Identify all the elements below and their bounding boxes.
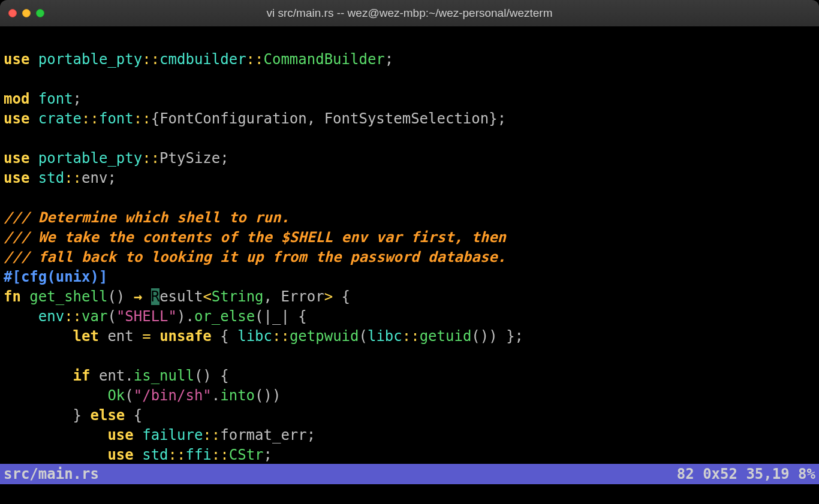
terminal-window: vi src/main.rs -- wez@wez-mbp:~/wez-pers… — [0, 0, 819, 491]
minimize-icon[interactable] — [22, 9, 31, 17]
code-line: } else { — [4, 407, 142, 424]
code-line: let ent = unsafe { libc::getpwuid(libc::… — [4, 328, 523, 345]
code-line: env::var("SHELL").or_else(|_| { — [4, 308, 307, 325]
doc-comment: /// fall back to looking it up from the … — [4, 249, 506, 265]
zoom-icon[interactable] — [36, 9, 44, 17]
code-line: Ok("/bin/sh".into()) — [4, 387, 281, 404]
cursor: R — [151, 288, 159, 305]
code-line: mod font; — [4, 90, 82, 107]
code-line: use std::env; — [4, 170, 116, 186]
vi-status-bar: src/main.rs 82 0x52 35,19 8% — [0, 464, 819, 484]
doc-comment: /// Determine which shell to run. — [4, 209, 290, 226]
code-line: use failure::format_err; — [4, 427, 315, 443]
terminal-viewport[interactable]: use portable_pty::cmdbuilder::CommandBui… — [0, 26, 819, 491]
status-filename: src/main.rs — [4, 464, 99, 484]
close-icon[interactable] — [8, 9, 17, 17]
code-line: use std::ffi::CStr; — [4, 446, 272, 463]
window-title: vi src/main.rs -- wez@wez-mbp:~/wez-pers… — [0, 7, 819, 20]
code-line: if ent.is_null() { — [4, 367, 229, 384]
window-controls — [8, 9, 44, 17]
code-line: fn get_shell() → Result<String, Error> { — [4, 288, 350, 305]
code-line: use portable_pty::PtySize; — [4, 150, 229, 167]
titlebar: vi src/main.rs -- wez@wez-mbp:~/wez-pers… — [0, 0, 819, 26]
status-position: 82 0x52 35,19 8% — [677, 464, 815, 484]
attribute: #[cfg(unix)] — [4, 268, 107, 285]
code-line: use crate::font::{FontConfiguration, Fon… — [4, 110, 506, 127]
doc-comment: /// We take the contents of the $SHELL e… — [4, 229, 506, 246]
code-line: use portable_pty::cmdbuilder::CommandBui… — [4, 51, 393, 68]
